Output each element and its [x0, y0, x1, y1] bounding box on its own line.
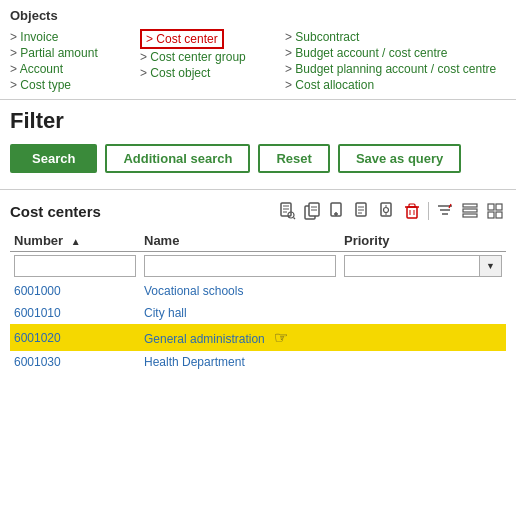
obj-cost-type[interactable]: Cost type: [10, 77, 140, 93]
row-name-text: Vocational schools: [144, 284, 243, 298]
col-header-number[interactable]: Number ▲: [10, 230, 140, 252]
cursor-icon: ☞: [274, 328, 288, 347]
svg-rect-21: [407, 207, 417, 218]
row-number-link[interactable]: 6001010: [14, 306, 61, 320]
priority-filter-cell: ▼: [340, 252, 506, 281]
row-number-link[interactable]: 6001000: [14, 284, 61, 298]
toolbar-delete-icon[interactable]: [401, 200, 423, 222]
row-number-cell: 6001010: [10, 302, 140, 324]
row-number-link[interactable]: 6001030: [14, 355, 61, 369]
svg-rect-34: [496, 204, 502, 210]
svg-line-5: [294, 218, 296, 220]
row-priority-cell: [340, 351, 506, 373]
svg-rect-36: [496, 212, 502, 218]
sort-asc-icon: ▲: [71, 236, 81, 247]
objects-grid: Invoice Partial amount Account Cost type…: [10, 29, 506, 93]
toolbar-grid-icon[interactable]: [484, 200, 506, 222]
table-header-row: Number ▲ Name Priority: [10, 230, 506, 252]
cost-centers-title: Cost centers: [10, 203, 101, 220]
table-row: 6001030 Health Department: [10, 351, 506, 373]
number-filter-input[interactable]: [14, 255, 136, 277]
objects-section: Objects Invoice Partial amount Account C…: [0, 0, 516, 100]
row-number-cell: 6001000: [10, 280, 140, 302]
toolbar-settings-doc-icon[interactable]: [376, 200, 398, 222]
obj-subcontract[interactable]: Subcontract: [285, 29, 506, 45]
obj-cost-allocation[interactable]: Cost allocation: [285, 77, 506, 93]
objects-title: Objects: [10, 8, 506, 23]
table-row: 6001010 City hall: [10, 302, 506, 324]
col-header-priority[interactable]: Priority: [340, 230, 506, 252]
toolbar-copy-doc-icon[interactable]: [301, 200, 323, 222]
svg-rect-35: [488, 212, 494, 218]
objects-col-3: Subcontract Budget account / cost centre…: [285, 29, 506, 93]
search-button[interactable]: Search: [10, 144, 97, 173]
toolbar-list-icon[interactable]: [459, 200, 481, 222]
row-name-text: Health Department: [144, 355, 245, 369]
row-number-cell: 6001020: [10, 324, 140, 351]
cost-centers-table: Number ▲ Name Priority: [10, 230, 506, 373]
table-row: 6001000 Vocational schools: [10, 280, 506, 302]
toolbar-separator-1: [428, 202, 429, 220]
objects-col-2: Cost center Cost center group Cost objec…: [140, 29, 285, 93]
additional-search-button[interactable]: Additional search: [105, 144, 250, 173]
row-priority-cell: [340, 324, 506, 351]
svg-rect-33: [488, 204, 494, 210]
row-number-link[interactable]: 6001020: [14, 331, 61, 345]
toolbar-search-doc-icon[interactable]: [276, 200, 298, 222]
row-name-text: City hall: [144, 306, 187, 320]
priority-dropdown-button[interactable]: ▼: [480, 255, 502, 277]
svg-rect-31: [463, 209, 477, 212]
obj-account[interactable]: Account: [10, 61, 140, 77]
col-header-name[interactable]: Name: [140, 230, 340, 252]
obj-partial-amount[interactable]: Partial amount: [10, 45, 140, 61]
objects-col-1: Invoice Partial amount Account Cost type: [10, 29, 140, 93]
filter-buttons: Search Additional search Reset Save as q…: [10, 144, 506, 173]
obj-cost-object[interactable]: Cost object: [140, 65, 285, 81]
filter-section: Filter Search Additional search Reset Sa…: [0, 100, 516, 179]
priority-filter-input[interactable]: [344, 255, 480, 277]
cost-centers-section: Cost centers: [0, 189, 516, 373]
svg-rect-23: [409, 204, 415, 207]
save-as-query-button[interactable]: Save as query: [338, 144, 461, 173]
toolbar-icons: [276, 200, 506, 222]
row-priority-cell: [340, 280, 506, 302]
number-filter-cell: [10, 252, 140, 281]
row-name-cell: City hall: [140, 302, 340, 324]
toolbar-filter-icon[interactable]: [434, 200, 456, 222]
row-number-cell: 6001030: [10, 351, 140, 373]
row-name-cell: General administration ☞: [140, 324, 340, 351]
toolbar-doc-icon[interactable]: [351, 200, 373, 222]
table-body: 6001000 Vocational schools 6001010 City …: [10, 280, 506, 373]
row-name-text: General administration: [144, 332, 265, 346]
obj-invoice[interactable]: Invoice: [10, 29, 140, 45]
obj-budget-account[interactable]: Budget account / cost centre: [285, 45, 506, 61]
row-priority-cell: [340, 302, 506, 324]
name-filter-cell: [140, 252, 340, 281]
table-filter-row: ▼: [10, 252, 506, 281]
svg-point-18: [384, 208, 389, 213]
filter-title: Filter: [10, 108, 506, 134]
cost-centers-header: Cost centers: [10, 200, 506, 222]
toolbar-new-doc-icon[interactable]: [326, 200, 348, 222]
obj-cost-center[interactable]: Cost center: [140, 29, 224, 49]
svg-rect-32: [463, 214, 477, 217]
obj-budget-planning[interactable]: Budget planning account / cost centre: [285, 61, 506, 77]
reset-button[interactable]: Reset: [258, 144, 329, 173]
name-filter-input[interactable]: [144, 255, 336, 277]
svg-rect-30: [463, 204, 477, 207]
table-row-highlighted: 6001020 General administration ☞: [10, 324, 506, 351]
row-name-cell: Health Department: [140, 351, 340, 373]
row-name-cell: Vocational schools: [140, 280, 340, 302]
obj-cost-center-group[interactable]: Cost center group: [140, 49, 285, 65]
